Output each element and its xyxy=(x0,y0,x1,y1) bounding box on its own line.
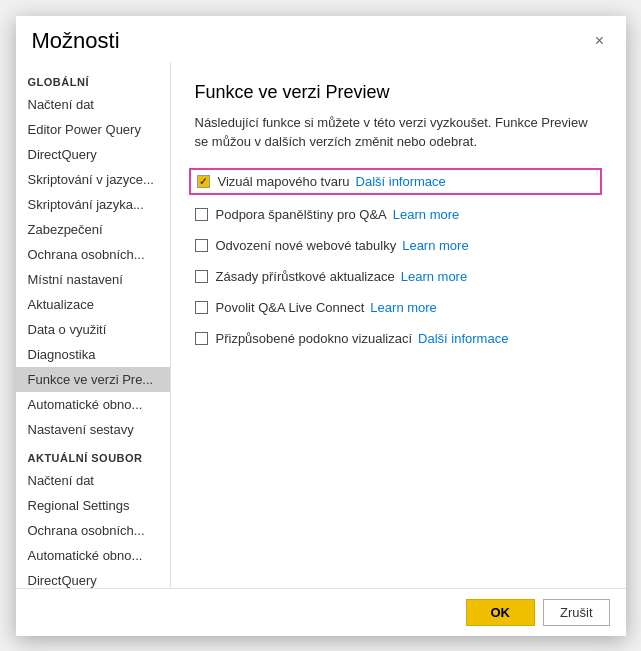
feature-label-prizpusobene: Přizpůsobené podokno vizualizací xyxy=(216,331,413,346)
sidebar-item-current[interactable]: Načtení dat xyxy=(16,468,170,493)
learn-more-odvozeni-nove[interactable]: Learn more xyxy=(402,238,468,253)
content-description: Následující funkce si můžete v této verz… xyxy=(195,113,602,152)
checkbox-zasady-prirustk[interactable] xyxy=(195,270,208,283)
learn-more-podpora-spanelstiny[interactable]: Learn more xyxy=(393,207,459,222)
sidebar-item-global[interactable]: DirectQuery xyxy=(16,142,170,167)
content-title: Funkce ve verzi Preview xyxy=(195,82,602,103)
sidebar-item-current[interactable]: DirectQuery xyxy=(16,568,170,588)
cancel-button[interactable]: Zrušit xyxy=(543,599,610,626)
sidebar-item-global[interactable]: Funkce ve verzi Pre... xyxy=(16,367,170,392)
sidebar-item-global[interactable]: Skriptování jazyka... xyxy=(16,192,170,217)
feature-label-podpora-spanelstiny: Podpora španělštiny pro Q&A xyxy=(216,207,387,222)
sidebar-item-global[interactable]: Aktualizace xyxy=(16,292,170,317)
sidebar-item-global[interactable]: Načtení dat xyxy=(16,92,170,117)
learn-more-zasady-prirustk[interactable]: Learn more xyxy=(401,269,467,284)
sidebar-item-global[interactable]: Ochrana osobních... xyxy=(16,242,170,267)
sidebar-item-current[interactable]: Regional Settings xyxy=(16,493,170,518)
sidebar-item-global[interactable]: Skriptování v jazyce... xyxy=(16,167,170,192)
sidebar-item-current[interactable]: Ochrana osobních... xyxy=(16,518,170,543)
features-list: Vizuál mapového tvaruDalší informacePodp… xyxy=(195,168,602,350)
feature-item-podpora-spanelstiny: Podpora španělštiny pro Q&ALearn more xyxy=(195,203,602,226)
dialog-footer: OK Zrušit xyxy=(16,588,626,636)
sidebar-item-global[interactable]: Diagnostika xyxy=(16,342,170,367)
sidebar-item-global[interactable]: Nastavení sestavy xyxy=(16,417,170,442)
sidebar-item-current[interactable]: Automatické obno... xyxy=(16,543,170,568)
dialog-body: GLOBÁLNÍ Načtení datEditor Power QueryDi… xyxy=(16,62,626,588)
learn-more-prizpusobene[interactable]: Další informace xyxy=(418,331,508,346)
feature-label-vizual-mapoveho: Vizuál mapového tvaru xyxy=(218,174,350,189)
feature-item-odvozeni-nove: Odvození nové webové tabulkyLearn more xyxy=(195,234,602,257)
sidebar-item-global[interactable]: Zabezpečení xyxy=(16,217,170,242)
learn-more-vizual-mapoveho[interactable]: Další informace xyxy=(356,174,446,189)
sidebar-item-global[interactable]: Automatické obno... xyxy=(16,392,170,417)
sidebar-item-global[interactable]: Editor Power Query xyxy=(16,117,170,142)
global-section-label: GLOBÁLNÍ xyxy=(16,66,170,92)
feature-item-prizpusobene: Přizpůsobené podokno vizualizacíDalší in… xyxy=(195,327,602,350)
checkbox-odvozeni-nove[interactable] xyxy=(195,239,208,252)
sidebar-item-global[interactable]: Data o využití xyxy=(16,317,170,342)
feature-label-povolit-qa: Povolit Q&A Live Connect xyxy=(216,300,365,315)
ok-button[interactable]: OK xyxy=(466,599,536,626)
feature-label-zasady-prirustk: Zásady přírůstkové aktualizace xyxy=(216,269,395,284)
sidebar: GLOBÁLNÍ Načtení datEditor Power QueryDi… xyxy=(16,62,171,588)
feature-item-vizual-mapoveho: Vizuál mapového tvaruDalší informace xyxy=(189,168,602,195)
close-button[interactable]: × xyxy=(590,31,610,51)
feature-item-zasady-prirustk: Zásady přírůstkové aktualizaceLearn more xyxy=(195,265,602,288)
dialog-title: Možnosti xyxy=(32,28,120,54)
checkbox-povolit-qa[interactable] xyxy=(195,301,208,314)
current-section-label: AKTUÁLNÍ SOUBOR xyxy=(16,442,170,468)
feature-item-povolit-qa: Povolit Q&A Live ConnectLearn more xyxy=(195,296,602,319)
learn-more-povolit-qa[interactable]: Learn more xyxy=(370,300,436,315)
checkbox-podpora-spanelstiny[interactable] xyxy=(195,208,208,221)
checkbox-prizpusobene[interactable] xyxy=(195,332,208,345)
sidebar-item-global[interactable]: Místní nastavení xyxy=(16,267,170,292)
checkbox-vizual-mapoveho[interactable] xyxy=(197,175,210,188)
content-area: Funkce ve verzi Preview Následující funk… xyxy=(171,62,626,588)
options-dialog: Možnosti × GLOBÁLNÍ Načtení datEditor Po… xyxy=(16,16,626,636)
dialog-titlebar: Možnosti × xyxy=(16,16,626,62)
feature-label-odvozeni-nove: Odvození nové webové tabulky xyxy=(216,238,397,253)
